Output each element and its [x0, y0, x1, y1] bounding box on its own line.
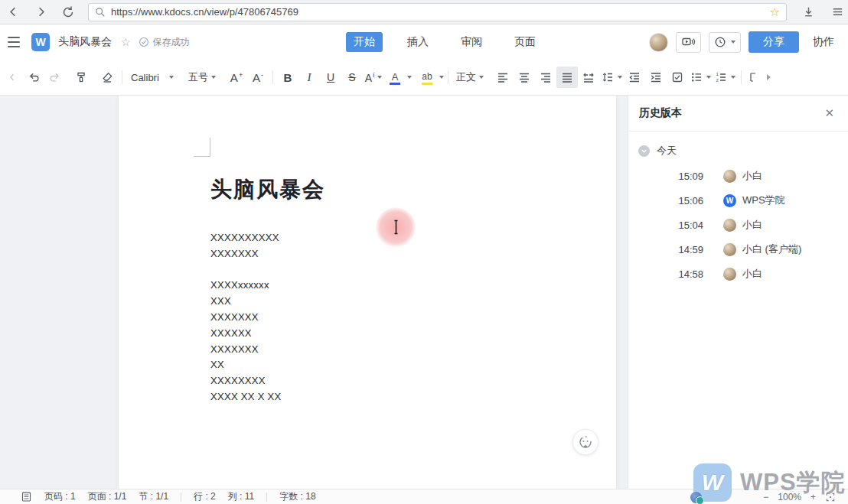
zoom-level[interactable]: 100% [778, 492, 801, 502]
save-status-text: 保存成功 [153, 36, 190, 49]
document-page[interactable]: 头脑风暴会 XXXXXXXXXX XXXXXXX XXXXxxxxxx XXX … [119, 96, 616, 489]
italic-button[interactable]: I [298, 67, 320, 88]
font-family-value: Calibri [131, 72, 159, 83]
toolbar-divider [741, 70, 742, 84]
task-list-button[interactable] [667, 67, 688, 88]
line-spacing-dropdown[interactable] [599, 67, 624, 88]
clear-format-button[interactable] [96, 67, 118, 88]
format-painter-button[interactable] [70, 67, 92, 88]
fit-screen-icon[interactable] [825, 492, 836, 502]
bold-button[interactable]: B [277, 67, 298, 88]
favorite-star-icon[interactable]: ☆ [770, 6, 780, 18]
toolbar-scroll-right-button[interactable] [758, 67, 779, 88]
browser-menu-button[interactable] [827, 3, 848, 21]
history-entry[interactable]: 15:09 小白 [628, 164, 848, 188]
history-entry[interactable]: 14:58 小白 [628, 262, 848, 286]
status-section: 节 : 1/1 [139, 490, 168, 503]
font-size-dropdown[interactable]: 五号 [184, 67, 220, 88]
bullet-list-dropdown[interactable] [688, 67, 713, 88]
redo-button[interactable] [44, 67, 66, 88]
present-button[interactable] [676, 32, 701, 53]
browser-back-button[interactable] [3, 3, 24, 21]
decrease-indent-button[interactable] [624, 67, 645, 88]
status-column: 列 : 11 [228, 490, 254, 503]
doc-line: XXXXXXX [210, 246, 281, 262]
url-bar[interactable]: https://www.kdocs.cn/view/p/47806745769 … [88, 3, 787, 21]
chevron-right-icon [764, 73, 773, 82]
download-icon [802, 5, 815, 18]
dropdown-caret-icon [618, 76, 622, 79]
doc-line: XXXXXXX [210, 342, 281, 358]
tab-review[interactable]: 审阅 [453, 32, 490, 52]
font-color-caret-icon[interactable] [407, 76, 412, 79]
decrease-font-button[interactable]: A- [247, 67, 269, 88]
toolbar-scroll-left-button[interactable] [2, 67, 23, 88]
paragraph-style-dropdown[interactable]: 正文 [452, 67, 488, 88]
collaborate-button[interactable]: 协作 [807, 35, 840, 49]
entry-time: 15:04 [656, 219, 703, 231]
tab-page[interactable]: 页面 [507, 32, 543, 52]
wps-avatar: W [723, 194, 736, 207]
numbered-list-icon: 12 [714, 70, 728, 84]
distribute-alignment-icon [582, 70, 595, 84]
browser-forward-button[interactable] [31, 3, 52, 21]
status-pages: 页面 : 1/1 [88, 490, 127, 503]
user-avatar[interactable] [649, 33, 668, 52]
line-spacing-icon [601, 70, 615, 84]
underline-button[interactable]: U [320, 67, 341, 88]
history-button[interactable] [709, 32, 741, 53]
numbered-list-dropdown[interactable]: 12 [713, 67, 737, 88]
back-icon [7, 5, 20, 18]
font-color-button[interactable]: A [384, 67, 406, 88]
browser-actions [797, 3, 848, 21]
history-panel-header: 历史版本 ✕ [628, 96, 848, 132]
clock-icon [714, 36, 726, 48]
zoom-out-button[interactable]: − [763, 492, 768, 502]
history-panel: 历史版本 ✕ 今天 15:09 小白 15:06 W WPS学院 15:04 [628, 96, 848, 489]
status-divider [266, 493, 267, 502]
highlight-caret-icon[interactable] [439, 76, 444, 79]
distribute-alignment-button[interactable] [578, 67, 599, 88]
highlight-color-button[interactable]: ab [416, 67, 438, 88]
history-entry[interactable]: 14:59 小白 (客户端) [628, 237, 848, 262]
font-family-dropdown[interactable]: Calibri [126, 67, 178, 88]
app-window: https://www.kdocs.cn/view/p/47806745769 … [0, 0, 848, 504]
text-effects-dropdown[interactable]: Ai [363, 67, 384, 88]
increase-indent-button[interactable] [645, 67, 667, 88]
zoom-in-button[interactable]: + [810, 492, 816, 502]
tab-insert[interactable]: 插入 [400, 32, 436, 52]
undo-button[interactable] [23, 67, 44, 88]
browser-reload-button[interactable] [57, 3, 79, 21]
close-panel-button[interactable]: ✕ [821, 105, 837, 122]
document-body-text: XXXXXXXXXX XXXXXXX XXXXxxxxxx XXX XXXXXX… [210, 230, 281, 405]
tab-start[interactable]: 开始 [346, 32, 383, 52]
wps-writer-logo[interactable]: W [31, 33, 50, 51]
font-size-value: 五号 [188, 70, 208, 84]
align-right-button[interactable] [535, 67, 556, 88]
url-text: https://www.kdocs.cn/view/p/47806745769 [111, 6, 770, 18]
document-heading: 头脑风暴会 [210, 175, 325, 204]
doc-line: XXXXXXXXXX [210, 230, 281, 246]
history-entry[interactable]: 15:06 W WPS学院 [628, 188, 848, 213]
history-entry[interactable]: 15:04 小白 [628, 213, 848, 237]
dropdown-caret-icon [706, 76, 711, 79]
clipped-toolbar-button[interactable] [745, 67, 758, 88]
entry-time: 14:59 [656, 244, 703, 255]
ribbon-tabs: 开始 插入 审阅 页面 [346, 24, 543, 60]
star-document-icon[interactable]: ☆ [121, 36, 131, 48]
entry-author: 小白 [742, 218, 762, 232]
entry-author: WPS学院 [742, 193, 785, 207]
share-button[interactable]: 分享 [749, 31, 799, 53]
toolbar-divider [448, 70, 448, 84]
align-justify-button[interactable] [556, 67, 578, 88]
download-button[interactable] [797, 3, 819, 21]
increase-font-button[interactable]: A+ [226, 67, 247, 88]
highlight-color-swatch [422, 83, 432, 85]
assistant-button[interactable] [572, 429, 598, 455]
history-group-today[interactable]: 今天 [628, 132, 848, 164]
app-menu-button[interactable] [2, 31, 25, 54]
toolbar-divider [122, 70, 122, 84]
align-left-button[interactable] [492, 67, 514, 88]
align-center-button[interactable] [514, 67, 535, 88]
strikethrough-button[interactable]: S [341, 67, 363, 88]
